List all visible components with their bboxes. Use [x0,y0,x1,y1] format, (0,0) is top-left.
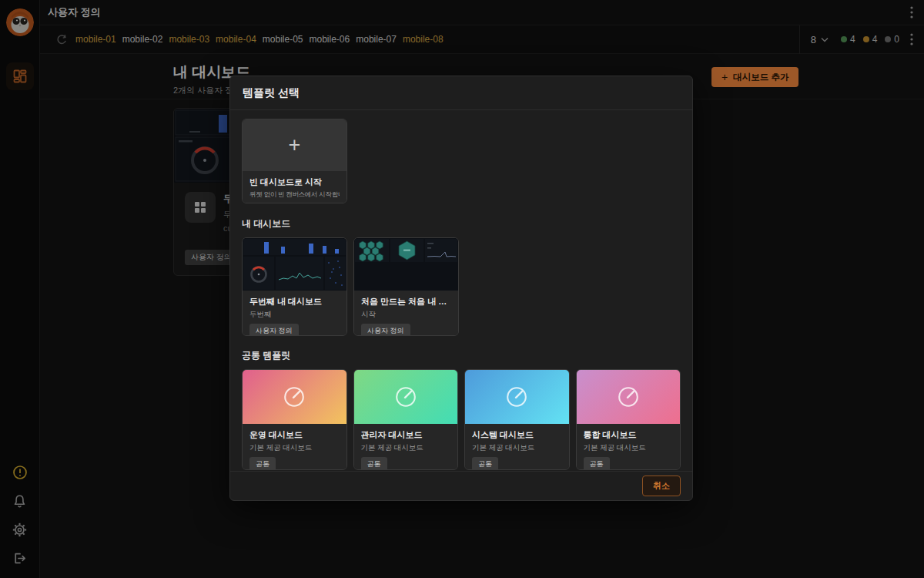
my-dashboard-card-1[interactable]: 두번째 내 대시보드 두번째 사용자 정의 [242,237,347,336]
dashboard-thumbnail [243,238,346,291]
template-card-system[interactable]: 시스템 대시보드 기본 제공 대시보드 공통 [464,369,570,470]
plus-icon: + [289,135,301,156]
cancel-button[interactable]: 취소 [642,476,681,496]
card-title: 운영 대시보드 [249,429,340,441]
card-subtitle: 기본 제공 대시보드 [361,443,451,453]
section-label-my-dashboards: 내 대시보드 [242,217,681,230]
custom-badge: 사용자 정의 [361,324,410,336]
card-subtitle: 기본 제공 대시보드 [249,443,340,453]
modal-footer: 취소 [230,471,692,500]
gauge-icon [504,384,530,410]
dashboard-thumbnail [354,238,458,291]
card-title: 두번째 내 대시보드 [249,296,340,307]
common-badge: 공통 [472,457,498,470]
template-card-admin[interactable]: 관리자 대시보드 기본 제공 대시보드 공통 [353,369,459,470]
blank-dashboard-card[interactable]: + 빈 대시보드로 시작 위젯 없이 빈 캔버스에서 시작합니다 [242,119,347,203]
modal-header: 템플릿 선택 [230,76,692,110]
common-badge: 공통 [584,457,610,470]
template-card-integrated[interactable]: 통합 대시보드 기본 제공 대시보드 공통 [576,369,681,470]
card-subtitle: 기본 제공 대시보드 [584,443,674,453]
section-label-common-templates: 공통 템플릿 [242,349,681,362]
card-title: 처음 만드는 처음 내 커스텀 대... [361,296,451,307]
card-title: 관리자 대시보드 [361,429,451,441]
card-title: 시스템 대시보드 [472,429,562,441]
gauge-icon [281,384,307,410]
template-card-operations[interactable]: 운영 대시보드 기본 제공 대시보드 공통 [242,369,347,470]
card-subtitle: 위젯 없이 빈 캔버스에서 시작합니다 [249,190,340,200]
card-subtitle: 기본 제공 대시보드 [472,443,562,453]
gauge-icon [615,384,641,410]
template-select-modal: 템플릿 선택 + 빈 대시보드로 시작 위젯 없이 빈 캔버스에서 시작합니다 … [229,76,693,501]
custom-badge: 사용자 정의 [249,324,299,336]
card-title: 통합 대시보드 [584,429,674,441]
card-subtitle: 두번째 [249,310,340,320]
common-badge: 공통 [249,457,276,470]
gauge-icon [393,384,419,410]
card-title: 빈 대시보드로 시작 [249,176,340,188]
common-badge: 공통 [361,457,387,470]
card-subtitle: 시작 [361,310,451,320]
modal-title: 템플릿 선택 [243,86,300,100]
my-dashboard-card-2[interactable]: 처음 만드는 처음 내 커스텀 대... 시작 사용자 정의 [353,237,459,336]
